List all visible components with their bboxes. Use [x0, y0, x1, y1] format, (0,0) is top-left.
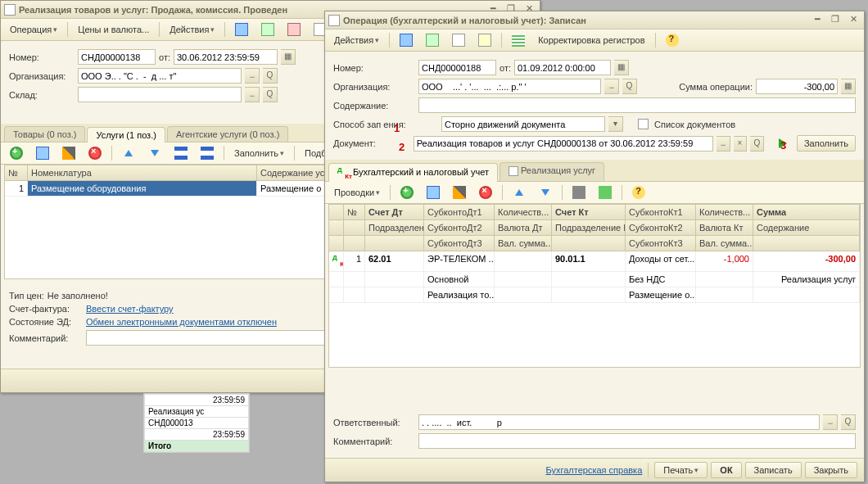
delete-icon[interactable]: [473, 183, 498, 201]
add-icon[interactable]: [4, 144, 29, 162]
col-sum[interactable]: Сумма: [753, 205, 860, 220]
copy-icon[interactable]: [30, 144, 55, 162]
sf-link[interactable]: Ввести счет-фактуру: [86, 304, 174, 314]
refresh-icon[interactable]: [420, 31, 445, 49]
doclist-checkbox[interactable]: [638, 119, 649, 129]
postings-menu[interactable]: Проводки: [328, 185, 386, 200]
resp-field[interactable]: [418, 414, 820, 430]
copy-icon[interactable]: [421, 183, 445, 201]
col-dt[interactable]: Счет Дт: [365, 205, 424, 220]
refresh-icon[interactable]: [255, 20, 280, 38]
col-valsum2[interactable]: Вал. сумма...: [696, 236, 753, 251]
col-skt3[interactable]: СубконтоКт3: [626, 236, 696, 251]
ed-link[interactable]: Обмен электронными документами отключен: [86, 317, 277, 327]
min-icon[interactable]: ━: [810, 14, 825, 27]
fill-button[interactable]: Заполнить: [228, 146, 290, 161]
edit-icon[interactable]: [57, 144, 81, 162]
content-field[interactable]: [418, 97, 856, 113]
calc-icon[interactable]: ▦: [841, 79, 856, 94]
sklad-field[interactable]: [78, 87, 242, 102]
col-sdt3[interactable]: СубконтоДт3: [424, 236, 495, 251]
tab-goods[interactable]: Товары (0 поз.): [4, 126, 85, 142]
operation-menu[interactable]: Операция: [4, 22, 63, 37]
sort-desc-icon[interactable]: [195, 144, 219, 162]
calendar-icon[interactable]: ▦: [614, 60, 629, 75]
cell-nom[interactable]: Размещение оборудования: [28, 181, 257, 197]
post-icon[interactable]: [229, 20, 254, 38]
col-qty2[interactable]: Количеств...: [696, 205, 753, 220]
tab-accounting[interactable]: Бухгалтерский и налоговый учет: [328, 163, 498, 182]
open-icon[interactable]: Q: [841, 414, 856, 430]
col-cont[interactable]: Содержание: [753, 220, 860, 236]
link-icon[interactable]: [567, 183, 591, 201]
col-pkt[interactable]: Подразделение Кт: [552, 220, 626, 236]
tb-icon[interactable]: [446, 31, 471, 49]
ok-button[interactable]: ОК: [711, 462, 741, 478]
col-valdt[interactable]: Валюта Дт: [495, 220, 552, 236]
dropdown-icon[interactable]: ▾: [608, 116, 623, 132]
select-icon[interactable]: ...: [717, 136, 730, 152]
sum-field[interactable]: [756, 79, 838, 94]
col-qty[interactable]: Количеств...: [495, 205, 552, 220]
doc-field[interactable]: [414, 136, 713, 152]
col-nom[interactable]: Номенклатура: [28, 165, 257, 181]
post-icon[interactable]: [394, 31, 418, 49]
tab-services[interactable]: Реализация услуг: [500, 162, 604, 181]
tab-agent[interactable]: Агентские услуги (0 поз.): [167, 126, 288, 142]
col-skt1[interactable]: СубконтоКт1: [626, 205, 696, 220]
save-button[interactable]: Записать: [745, 462, 802, 478]
comment-field[interactable]: [418, 433, 856, 449]
open-icon[interactable]: Q: [750, 136, 764, 152]
posting-row[interactable]: 1 62.01 ЭР-ТЕЛЕКОМ ... 90.01.1 Доходы от…: [329, 251, 860, 272]
select-icon[interactable]: ...: [245, 68, 260, 84]
actions-menu[interactable]: Действия: [164, 22, 220, 37]
col-sdt2[interactable]: СубконтоДт2: [424, 220, 495, 236]
open-icon[interactable]: Q: [263, 87, 278, 102]
col-pdt[interactable]: Подразделение Дт: [365, 220, 424, 236]
up-icon[interactable]: [507, 183, 531, 201]
toolbar-icon[interactable]: [282, 20, 306, 38]
posting-row[interactable]: Основной Без НДС Реализация услуг: [329, 272, 860, 287]
help-icon[interactable]: [660, 31, 685, 49]
print-button[interactable]: Печать: [654, 462, 708, 478]
close-button[interactable]: Закрыть: [805, 462, 857, 478]
max-icon[interactable]: ❐: [828, 14, 843, 27]
org-field[interactable]: [418, 79, 601, 94]
cell-n[interactable]: 1: [5, 181, 28, 197]
date-field[interactable]: [514, 60, 611, 75]
close-icon[interactable]: ✕: [846, 14, 861, 27]
col-n[interactable]: №: [344, 205, 365, 220]
select-icon[interactable]: ...: [823, 414, 838, 430]
prices-button[interactable]: Цены и валюта...: [72, 22, 155, 37]
down-icon[interactable]: [533, 183, 558, 201]
clear-icon[interactable]: ×: [734, 136, 748, 152]
col-kt[interactable]: Счет Кт: [552, 205, 626, 220]
col-n[interactable]: №: [5, 165, 28, 181]
number-field[interactable]: [418, 60, 496, 75]
date-field[interactable]: [174, 49, 278, 65]
refresh2-icon[interactable]: [593, 183, 617, 201]
col-valsum[interactable]: Вал. сумма...: [495, 236, 552, 251]
col-sdt1[interactable]: СубконтоДт1: [424, 205, 495, 220]
calendar-icon[interactable]: ▦: [281, 49, 296, 65]
fill-button[interactable]: Заполнить: [797, 135, 856, 152]
up-icon[interactable]: [116, 144, 141, 162]
select-icon[interactable]: ...: [604, 79, 619, 94]
report-link[interactable]: Бухгалтерская справка: [545, 465, 642, 475]
open-icon[interactable]: Q: [622, 79, 637, 94]
select-icon[interactable]: ...: [245, 87, 260, 102]
number-field[interactable]: [78, 49, 156, 65]
sort-asc-icon[interactable]: [169, 144, 193, 162]
way-field[interactable]: [441, 116, 605, 132]
registers-icon[interactable]: [506, 31, 531, 49]
down-icon[interactable]: [142, 144, 167, 162]
col-valkt[interactable]: Валюта Кт: [696, 220, 753, 236]
help-icon[interactable]: [626, 183, 651, 201]
posting-row[interactable]: Реализация то... Размещение о...: [329, 287, 860, 303]
org-field[interactable]: [78, 68, 242, 84]
open-icon[interactable]: Q: [263, 68, 278, 84]
actions-menu[interactable]: Действия: [328, 33, 385, 47]
add-icon[interactable]: [395, 183, 419, 201]
col-skt2[interactable]: СубконтоКт2: [626, 220, 696, 236]
reg-correction-button[interactable]: Корректировка регистров: [532, 33, 650, 47]
